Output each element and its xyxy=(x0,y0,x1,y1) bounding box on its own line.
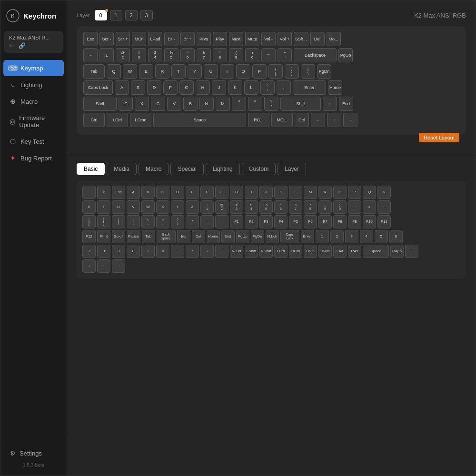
pk-num5[interactable]: 5 xyxy=(375,230,388,243)
pk-semi[interactable]: ;: xyxy=(127,215,140,228)
device-info[interactable]: K2 Max ANSI R... ✏ 🔗 xyxy=(4,31,63,53)
key-h[interactable]: H xyxy=(196,80,210,95)
key-c[interactable]: C xyxy=(151,97,165,111)
layer-2-button[interactable]: 2 xyxy=(125,10,138,20)
pk-rshift[interactable]: RShift xyxy=(259,245,273,258)
pk-u[interactable]: U xyxy=(112,200,125,214)
pk-f7[interactable]: F7 xyxy=(318,215,332,228)
key-rctrl[interactable]: Ctrl xyxy=(295,113,309,127)
layer-0-button[interactable]: 0 xyxy=(95,10,107,20)
pk-num7[interactable]: 7 xyxy=(82,245,96,258)
key-lbracket[interactable]: {[ xyxy=(268,64,283,79)
key-slash[interactable]: ?/ xyxy=(264,97,278,111)
pk-lwin[interactable]: LWin xyxy=(304,245,317,258)
key-o[interactable]: O xyxy=(236,64,250,79)
pk-4[interactable]: $4 xyxy=(245,200,258,214)
pk-0[interactable]: )0 xyxy=(333,200,347,214)
key-next[interactable]: Next xyxy=(229,32,243,46)
key-vol-[interactable]: Vol - xyxy=(261,32,276,46)
key-pgup[interactable]: PgUp xyxy=(338,48,353,62)
sidebar-item-lighting[interactable]: ○ Lighting xyxy=(3,77,64,93)
key-w[interactable]: W xyxy=(123,64,137,79)
pk-num4[interactable]: 4 xyxy=(360,230,373,243)
key-n[interactable]: N xyxy=(199,97,214,111)
pk-h[interactable]: H xyxy=(230,186,243,199)
pk-lshift[interactable]: LShift xyxy=(245,245,258,258)
pk-arr-down[interactable]: ↓ xyxy=(82,259,96,273)
key-up[interactable]: ↑ xyxy=(323,97,337,111)
key-mo[interactable]: Mo... xyxy=(327,32,341,46)
sidebar-item-keytest[interactable]: ⬡ Key Test xyxy=(3,133,64,149)
pk-dquote[interactable]: " xyxy=(186,215,199,228)
key-rbracket[interactable]: }] xyxy=(285,64,299,79)
tab-media[interactable]: Media xyxy=(107,163,137,175)
pk-6[interactable]: ^6 xyxy=(274,200,288,214)
pk-c[interactable]: C xyxy=(156,186,169,199)
pk-lthan[interactable]: <, xyxy=(141,215,155,228)
pk-p[interactable]: P xyxy=(348,186,361,199)
pk-v[interactable]: V xyxy=(127,200,140,214)
key-space[interactable]: Space xyxy=(153,113,246,127)
key-8[interactable]: *8 xyxy=(213,48,227,62)
pk-m[interactable]: M xyxy=(304,186,317,199)
pk-k[interactable]: K xyxy=(274,186,288,199)
pk-scroll[interactable]: Scroll xyxy=(112,230,125,243)
key-lctrl[interactable]: Ctrl xyxy=(83,113,105,127)
key-lopt[interactable]: LCtrl xyxy=(107,113,128,127)
pk-pause[interactable]: Pause xyxy=(127,230,140,243)
pk-plus[interactable]: = xyxy=(363,200,376,214)
key-m[interactable]: M xyxy=(216,97,230,111)
pk-del2[interactable]: Del xyxy=(192,230,205,243)
key-lshift[interactable]: Shift xyxy=(83,97,117,111)
pk-f8[interactable]: F8 xyxy=(333,215,347,228)
pk-l[interactable]: L xyxy=(289,186,302,199)
pk-tilde[interactable]: ~ xyxy=(377,200,391,214)
pk-o[interactable]: O xyxy=(333,186,347,199)
pk-num8[interactable]: 8 xyxy=(97,245,110,258)
key-x[interactable]: X xyxy=(135,97,149,111)
pk-1[interactable]: !1 xyxy=(200,200,214,214)
pk-arr-left[interactable]: ← xyxy=(405,245,418,258)
key-backslash[interactable]: |\ xyxy=(301,64,315,79)
pk-s[interactable]: S xyxy=(82,200,96,214)
pk-nplus2[interactable]: + xyxy=(200,245,214,258)
key-capslock[interactable]: Caps Lock xyxy=(83,80,113,95)
key-del[interactable]: Del xyxy=(310,32,325,46)
pk-d[interactable]: D xyxy=(171,186,184,199)
key-esc[interactable]: Esc xyxy=(83,32,98,46)
pk-rbrace[interactable]: }] xyxy=(97,215,110,228)
pk-nlck[interactable]: N.Lck xyxy=(266,230,279,243)
pk-empty1[interactable] xyxy=(82,186,96,199)
pk-nminus[interactable]: − xyxy=(171,245,184,258)
pk-eq[interactable]: = xyxy=(200,215,214,228)
pk-end[interactable]: End xyxy=(221,230,235,243)
pk-f5[interactable]: F5 xyxy=(289,215,302,228)
key-t[interactable]: T xyxy=(171,64,186,79)
sidebar-item-macro[interactable]: ⊕ Macro xyxy=(3,93,64,109)
pk-7[interactable]: &7 xyxy=(289,200,302,214)
pk-a[interactable]: A xyxy=(127,186,140,199)
key-y[interactable]: Y xyxy=(188,64,202,79)
pk-lbrace[interactable]: {[ xyxy=(82,215,96,228)
pk-enter[interactable]: Enter xyxy=(301,230,314,243)
key-mute[interactable]: Mute xyxy=(245,32,259,46)
key-pgdn[interactable]: PgDn xyxy=(317,64,331,79)
key-ssh[interactable]: SSh... xyxy=(294,32,308,46)
pk-q[interactable]: Q xyxy=(363,186,376,199)
key-r[interactable]: R xyxy=(155,64,169,79)
pk-f[interactable]: F xyxy=(200,186,214,199)
pk-nmul[interactable]: × xyxy=(156,245,169,258)
pk-num2[interactable]: 2 xyxy=(330,230,344,243)
key-vol+[interactable]: Vol + xyxy=(278,32,292,46)
key-period[interactable]: >. xyxy=(248,97,262,111)
pk-f6[interactable]: F6 xyxy=(304,215,317,228)
pk-backspace[interactable]: Backspace xyxy=(157,230,176,243)
key-lcmd[interactable]: LCmd xyxy=(130,113,151,127)
pk-pgup[interactable]: PgUp xyxy=(236,230,249,243)
key-v[interactable]: V xyxy=(167,97,181,111)
key-equals[interactable]: += xyxy=(278,48,292,62)
pk-pipe[interactable]: |\ xyxy=(112,215,125,228)
key-u[interactable]: U xyxy=(204,64,218,79)
key-d[interactable]: D xyxy=(147,80,161,95)
pk-2[interactable]: @2 xyxy=(215,200,228,214)
